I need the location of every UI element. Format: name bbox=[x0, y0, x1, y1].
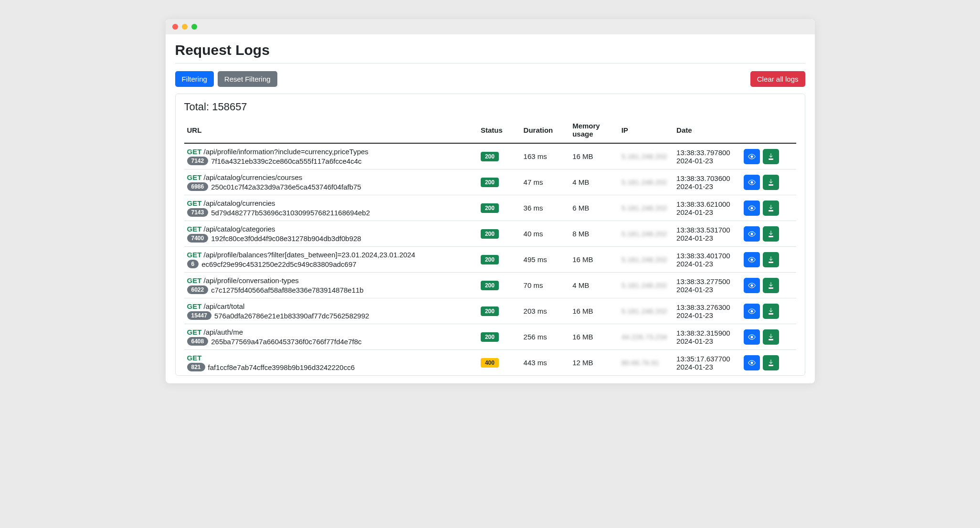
download-button[interactable] bbox=[763, 175, 779, 190]
header-date: Date bbox=[674, 117, 741, 143]
view-button[interactable] bbox=[744, 226, 760, 242]
ip-cell: 5.181.248.202 bbox=[622, 307, 667, 315]
header-url: URL bbox=[184, 117, 478, 143]
status-badge: 200 bbox=[481, 306, 499, 316]
view-button[interactable] bbox=[744, 329, 760, 345]
memory-cell: 4 MB bbox=[569, 169, 619, 195]
page-title: Request Logs bbox=[175, 42, 805, 58]
eye-icon bbox=[748, 153, 756, 160]
request-path: /api/profile/conversation-types bbox=[204, 276, 299, 285]
status-badge: 200 bbox=[481, 281, 499, 290]
download-button[interactable] bbox=[763, 149, 779, 164]
http-method: GET bbox=[187, 251, 202, 259]
view-button[interactable] bbox=[744, 278, 760, 293]
duration-cell: 47 ms bbox=[521, 169, 570, 195]
download-button[interactable] bbox=[763, 252, 779, 267]
date-cell: 2024-01-23 bbox=[676, 157, 738, 165]
request-path: /api/catalog/currencies bbox=[204, 199, 275, 207]
ip-cell: 5.181.248.202 bbox=[622, 152, 667, 160]
count-badge: 6022 bbox=[187, 285, 209, 294]
eye-icon bbox=[748, 333, 756, 341]
http-method: GET bbox=[187, 225, 202, 233]
date-cell: 2024-01-23 bbox=[676, 234, 738, 242]
time-cell: 13:38:33.621000 bbox=[676, 200, 738, 208]
view-button[interactable] bbox=[744, 355, 760, 370]
table-row: GET /api/catalog/currencies 7143 5d79d48… bbox=[184, 195, 796, 221]
download-icon bbox=[767, 179, 775, 186]
request-path: /api/catalog/categories bbox=[204, 225, 275, 233]
ip-cell: 44.226.73.234 bbox=[622, 333, 667, 341]
time-cell: 13:38:33.797800 bbox=[676, 148, 738, 157]
request-hash: 192fc80ce3f0dd4f9c08e31278b904db3df0b928 bbox=[211, 234, 361, 243]
download-button[interactable] bbox=[763, 278, 779, 293]
memory-cell: 16 MB bbox=[569, 324, 619, 350]
http-method: GET bbox=[187, 199, 202, 207]
memory-cell: 16 MB bbox=[569, 298, 619, 324]
download-button[interactable] bbox=[763, 201, 779, 216]
download-icon bbox=[767, 333, 775, 341]
view-button[interactable] bbox=[744, 149, 760, 164]
count-badge: 6 bbox=[187, 260, 199, 268]
filtering-button[interactable]: Filtering bbox=[175, 71, 214, 87]
window-minimize-icon[interactable] bbox=[182, 24, 188, 30]
request-hash: ec69cf29e99c4531250e22d5c949c83809adc697 bbox=[201, 260, 356, 268]
download-icon bbox=[767, 230, 775, 238]
date-cell: 2024-01-23 bbox=[676, 337, 738, 345]
view-button[interactable] bbox=[744, 201, 760, 216]
http-method: GET bbox=[187, 328, 202, 336]
ip-cell: 5.181.248.202 bbox=[622, 255, 667, 264]
request-path: /api/cart/total bbox=[204, 302, 245, 310]
request-path: /api/auth/me bbox=[204, 328, 243, 336]
eye-icon bbox=[748, 282, 756, 289]
request-hash: 265ba77569a47a660453736f0c766f77fd4e7f8c bbox=[211, 338, 361, 346]
status-badge: 400 bbox=[481, 358, 499, 368]
ip-cell: 5.181.248.202 bbox=[622, 230, 667, 238]
view-button[interactable] bbox=[744, 252, 760, 267]
header-actions bbox=[741, 117, 796, 143]
toolbar: Filtering Reset Filtering Clear all logs bbox=[175, 71, 805, 87]
download-button[interactable] bbox=[763, 329, 779, 345]
download-button[interactable] bbox=[763, 355, 779, 370]
count-badge: 6408 bbox=[187, 337, 209, 346]
request-hash: 7f16a4321eb339c2ce860ca555f117a6fcce4c4c bbox=[211, 157, 361, 165]
eye-icon bbox=[748, 179, 756, 186]
time-cell: 13:35:17.637700 bbox=[676, 355, 738, 363]
reset-filtering-button[interactable]: Reset Filtering bbox=[218, 71, 277, 87]
time-cell: 13:38:33.401700 bbox=[676, 252, 738, 260]
clear-all-logs-button[interactable]: Clear all logs bbox=[750, 71, 805, 87]
status-badge: 200 bbox=[481, 255, 499, 264]
duration-cell: 36 ms bbox=[521, 195, 570, 221]
download-icon bbox=[767, 282, 775, 289]
status-badge: 200 bbox=[481, 332, 499, 342]
duration-cell: 40 ms bbox=[521, 221, 570, 247]
time-cell: 13:38:32.315900 bbox=[676, 329, 738, 337]
window-maximize-icon[interactable] bbox=[191, 24, 197, 30]
logs-table: URL Status Duration Memory usage IP Date… bbox=[184, 117, 796, 375]
logs-card: Total: 158657 URL Status Duration Memory… bbox=[175, 94, 805, 376]
titlebar bbox=[166, 19, 815, 34]
duration-cell: 203 ms bbox=[521, 298, 570, 324]
view-button[interactable] bbox=[744, 175, 760, 190]
time-cell: 13:38:33.277500 bbox=[676, 277, 738, 285]
request-path: /api/catalog/currencies/courses bbox=[204, 173, 303, 181]
duration-cell: 163 ms bbox=[521, 143, 570, 169]
header-memory: Memory usage bbox=[569, 117, 619, 143]
download-button[interactable] bbox=[763, 226, 779, 242]
view-button[interactable] bbox=[744, 304, 760, 319]
download-button[interactable] bbox=[763, 304, 779, 319]
table-row: GET /api/profile/balances?filter[dates_b… bbox=[184, 247, 796, 273]
table-row: GET /api/cart/total 15447 576a0dfa26786e… bbox=[184, 298, 796, 324]
request-hash: c7c1275fd40566af58af88e336e783914878e11b bbox=[211, 286, 363, 294]
divider bbox=[175, 63, 805, 63]
duration-cell: 495 ms bbox=[521, 247, 570, 273]
download-icon bbox=[767, 153, 775, 160]
status-badge: 200 bbox=[481, 152, 499, 161]
request-hash: faf1ccf8e7ab74cffce3998b9b196d3242220cc6 bbox=[208, 363, 355, 371]
window-close-icon[interactable] bbox=[172, 24, 178, 30]
duration-cell: 256 ms bbox=[521, 324, 570, 350]
http-method: GET bbox=[187, 354, 202, 362]
date-cell: 2024-01-23 bbox=[676, 182, 738, 190]
request-hash: 576a0dfa26786e21e1b83390af77dc7562582992 bbox=[214, 312, 369, 320]
table-row: GET /api/profile/conversation-types 6022… bbox=[184, 273, 796, 298]
memory-cell: 4 MB bbox=[569, 273, 619, 298]
